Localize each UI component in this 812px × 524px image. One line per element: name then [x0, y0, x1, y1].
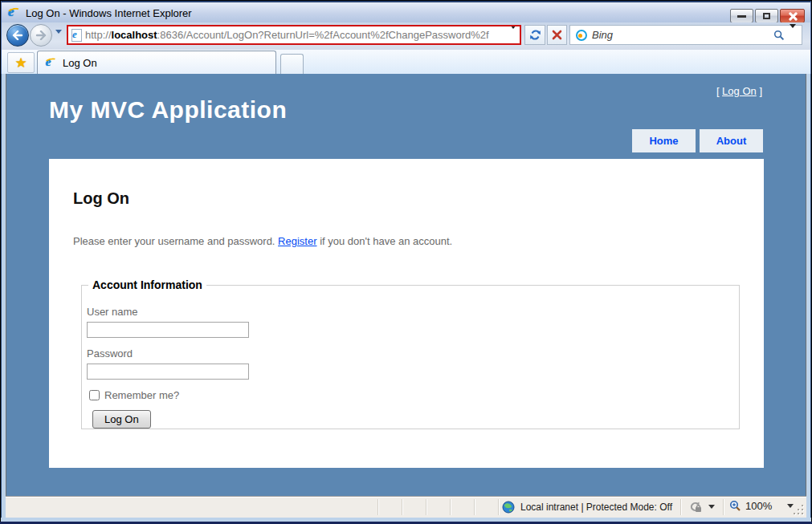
- stop-button[interactable]: [547, 25, 567, 45]
- window-title: Log On - Windows Internet Explorer: [26, 7, 192, 19]
- tab-favicon-icon: e: [46, 57, 57, 68]
- password-field[interactable]: [87, 364, 249, 380]
- status-separator: [450, 499, 451, 515]
- title-bar: e Log On - Windows Internet Explorer: [1, 1, 811, 22]
- log-on-link[interactable]: Log On: [722, 85, 757, 97]
- recent-pages-dropdown[interactable]: [55, 34, 62, 48]
- page-viewport: [ Log On ] My MVC Application Home About…: [6, 74, 806, 496]
- nav-about[interactable]: About: [700, 129, 763, 152]
- close-button[interactable]: [780, 9, 805, 23]
- navigation-toolbar: e http://localhost:8636/Account/LogOn?Re…: [1, 22, 811, 50]
- favorites-star-icon: ★: [14, 56, 27, 70]
- status-bar: Local intranet | Protected Mode: Off: [6, 496, 806, 518]
- maximize-icon: [763, 13, 770, 19]
- intro-text: Please enter your username and password.…: [73, 235, 452, 247]
- refresh-icon: [529, 29, 541, 41]
- status-separator: [723, 499, 724, 515]
- zoom-control[interactable]: 100%: [729, 500, 794, 512]
- chevron-down-icon: [510, 25, 516, 41]
- main-menu: Home About: [632, 129, 763, 152]
- register-link[interactable]: Register: [278, 235, 316, 247]
- favorites-button[interactable]: ★: [7, 52, 35, 73]
- nav-home[interactable]: Home: [632, 129, 696, 152]
- close-icon: [788, 12, 797, 21]
- chevron-down-icon: [790, 24, 796, 42]
- browser-window: e Log On - Windows Internet Explorer e h…: [0, 0, 812, 524]
- chevron-down-icon: [708, 505, 715, 509]
- remember-me-row: Remember me?: [89, 389, 739, 401]
- search-dropdown[interactable]: [790, 28, 796, 43]
- page-title: Log On: [73, 189, 129, 208]
- ie-logo-icon: e: [8, 6, 21, 19]
- chevron-down-icon: [55, 30, 62, 47]
- globe-icon: [502, 501, 515, 514]
- zoom-level: 100%: [745, 500, 772, 512]
- url-text[interactable]: http://localhost:8636/Account/LogOn?Retu…: [85, 29, 504, 41]
- security-refresh-lock-icon: [688, 501, 702, 513]
- security-zone[interactable]: Local intranet | Protected Mode: Off: [502, 501, 672, 514]
- tab-label: Log On: [63, 57, 97, 69]
- main-content: Log On Please enter your username and pa…: [49, 159, 764, 468]
- search-placeholder: Bing: [592, 29, 769, 41]
- log-on-button[interactable]: Log On: [92, 410, 151, 429]
- stop-icon: [552, 30, 562, 40]
- bing-logo-icon: [576, 30, 587, 41]
- status-separator: [498, 499, 499, 515]
- resize-grip[interactable]: [794, 505, 803, 514]
- address-dropdown[interactable]: [510, 29, 516, 41]
- status-separator: [402, 499, 402, 515]
- password-label: Password: [87, 347, 739, 359]
- title-group: e Log On - Windows Internet Explorer: [8, 6, 192, 19]
- zone-text: Local intranet | Protected Mode: Off: [520, 502, 672, 513]
- tab-bar: ★ e Log On: [1, 50, 811, 74]
- fieldset-legend: Account Information: [88, 278, 206, 291]
- remember-me-label: Remember me?: [104, 389, 179, 401]
- maximize-button[interactable]: [755, 9, 778, 23]
- login-display: [ Log On ]: [716, 85, 762, 97]
- status-separator: [426, 499, 426, 515]
- back-button[interactable]: [6, 24, 29, 47]
- minimize-button[interactable]: [730, 9, 753, 23]
- search-box[interactable]: Bing: [569, 25, 802, 45]
- minimize-icon: [737, 15, 746, 18]
- back-arrow-icon: [12, 30, 23, 40]
- new-tab-button[interactable]: [280, 54, 304, 74]
- username-label: User name: [87, 306, 739, 318]
- address-bar[interactable]: e http://localhost:8636/Account/LogOn?Re…: [67, 25, 521, 45]
- page-icon: e: [71, 29, 82, 42]
- window-frame-right: [806, 74, 811, 522]
- tab-log-on[interactable]: e Log On: [37, 51, 276, 74]
- account-information-fieldset: Account Information User name Password R…: [81, 278, 740, 429]
- status-separator: [377, 499, 378, 515]
- site-title: My MVC Application: [49, 96, 287, 124]
- security-report-control[interactable]: [688, 501, 715, 513]
- forward-button[interactable]: [30, 24, 52, 47]
- search-icon[interactable]: [773, 30, 785, 41]
- forward-arrow-icon: [35, 30, 47, 40]
- zoom-icon: [729, 500, 741, 512]
- refresh-button[interactable]: [524, 25, 545, 45]
- remember-me-checkbox[interactable]: [89, 390, 100, 400]
- username-field[interactable]: [87, 322, 249, 338]
- status-separator: [474, 499, 475, 515]
- window-controls: [730, 9, 805, 23]
- status-separator: [680, 499, 681, 515]
